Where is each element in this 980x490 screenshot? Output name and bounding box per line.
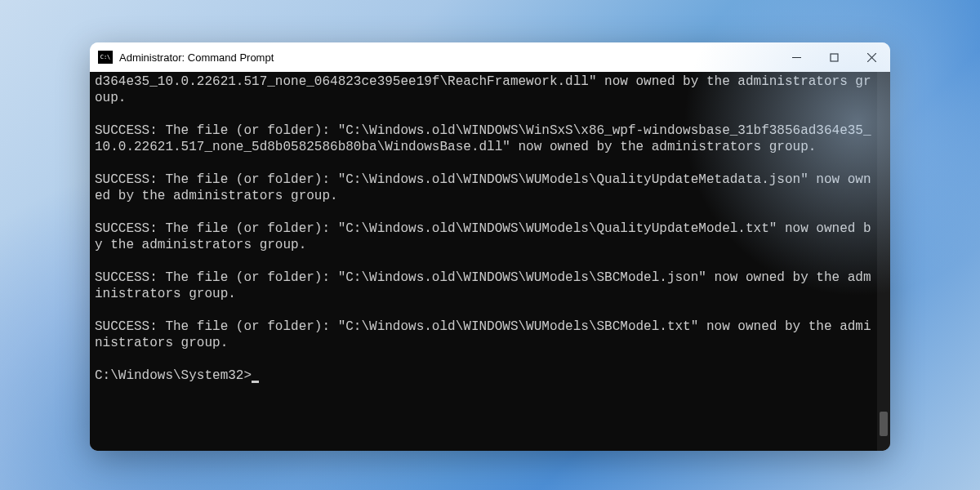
output-line: SUCCESS: The file (or folder): "C:\Windo… <box>95 270 871 301</box>
scrollbar-thumb[interactable] <box>880 412 888 436</box>
output-line: d364e35_10.0.22621.517_none_064823ce395e… <box>95 74 871 105</box>
cursor-icon <box>252 381 259 383</box>
prompt: C:\Windows\System32> <box>95 368 252 383</box>
cmd-icon <box>98 51 113 64</box>
command-prompt-window: Administrator: Command Prompt d364e35_10… <box>90 42 890 451</box>
window-title: Administrator: Command Prompt <box>119 51 777 64</box>
output-line: SUCCESS: The file (or folder): "C:\Windo… <box>95 319 871 350</box>
maximize-button[interactable] <box>815 42 853 72</box>
scrollbar[interactable] <box>877 72 890 451</box>
minimize-button[interactable] <box>777 42 815 72</box>
titlebar[interactable]: Administrator: Command Prompt <box>90 42 890 72</box>
terminal-area: d364e35_10.0.22621.517_none_064823ce395e… <box>90 72 890 451</box>
output-line: SUCCESS: The file (or folder): "C:\Windo… <box>95 123 871 154</box>
terminal-output[interactable]: d364e35_10.0.22621.517_none_064823ce395e… <box>90 72 877 451</box>
svg-rect-1 <box>831 54 838 61</box>
output-line: SUCCESS: The file (or folder): "C:\Windo… <box>95 172 871 203</box>
close-button[interactable] <box>853 42 890 72</box>
window-controls <box>777 42 890 72</box>
svg-line-3 <box>867 53 876 62</box>
output-line: SUCCESS: The file (or folder): "C:\Windo… <box>95 221 871 252</box>
svg-line-2 <box>867 53 876 62</box>
